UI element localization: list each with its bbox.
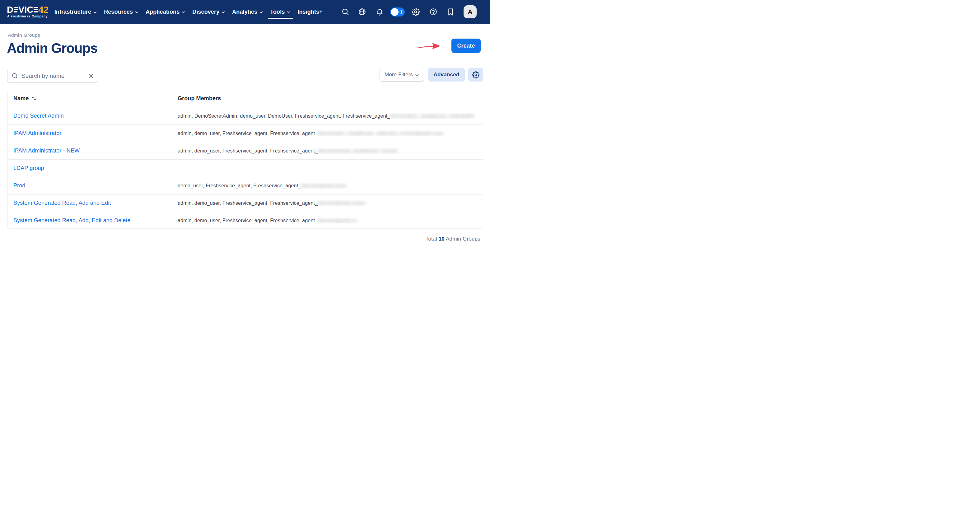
group-name-link[interactable]: LDAP group — [13, 165, 44, 171]
column-header-label: Name — [13, 95, 29, 102]
nav-item-infrastructure[interactable]: Infrastructure — [52, 0, 100, 24]
chevron-down-icon — [93, 10, 97, 14]
logo-letter-e — [33, 7, 38, 13]
nav-item-analytics[interactable]: Analytics — [229, 0, 266, 24]
chevron-down-icon — [286, 10, 291, 14]
navbar-actions: A — [341, 5, 477, 18]
redacted-members: demoredact, sampleuser, redacted, morere… — [318, 131, 444, 136]
logo-letter-e — [14, 7, 18, 13]
group-name-link[interactable]: System Generated Read, Add, Edit and Del… — [13, 217, 130, 223]
nav-label: Resources — [104, 9, 133, 15]
chevron-down-icon — [181, 10, 186, 14]
table-row: IPAM Administrator - NEW admin, demo_use… — [8, 142, 483, 160]
chevron-down-icon — [414, 73, 420, 78]
sort-icon[interactable] — [32, 96, 37, 101]
group-name-link[interactable]: IPAM Administrator - NEW — [13, 148, 80, 154]
chevron-down-icon — [259, 10, 264, 14]
table-row: LDAP group — [8, 160, 483, 177]
group-members-text: demo_user, Freshservice_agent, Freshserv… — [178, 183, 301, 188]
search-input[interactable] — [21, 73, 86, 80]
total-count: 10 — [439, 236, 445, 242]
sun-icon — [399, 10, 404, 16]
table-row: System Generated Read, Add, Edit and Del… — [8, 212, 483, 228]
search-box — [7, 69, 98, 83]
help-icon[interactable] — [430, 8, 438, 16]
group-name-cell: IPAM Administrator — [8, 130, 172, 137]
clear-search-icon[interactable] — [88, 73, 94, 79]
nav-label: Tools — [270, 9, 285, 15]
group-name-cell: Prod — [8, 182, 172, 189]
avatar[interactable]: A — [463, 5, 477, 18]
logo-letter: D — [7, 6, 13, 14]
group-name-link[interactable]: Prod — [13, 182, 25, 189]
main-nav: Infrastructure Resources Applications Di… — [52, 0, 325, 24]
nav-item-tools[interactable]: Tools — [267, 0, 294, 24]
nav-label: Insights+ — [298, 9, 322, 15]
group-name-cell: IPAM Administrator - NEW — [8, 148, 172, 154]
group-name-cell: System Generated Read, Add, Edit and Del… — [8, 217, 172, 224]
total-prefix: Total — [426, 236, 437, 242]
table-row: IPAM Administrator admin, demo_user, Fre… — [8, 125, 483, 142]
gear-icon[interactable] — [412, 8, 420, 16]
nav-label: Analytics — [232, 9, 257, 15]
group-name-cell: LDAP group — [8, 165, 172, 172]
search-icon — [11, 73, 18, 79]
more-filters-dropdown[interactable]: More Filters — [380, 68, 424, 81]
group-name-cell: System Generated Read, Add and Edit — [8, 200, 172, 206]
logo-letter: C — [27, 6, 33, 14]
table-row: Demo Secret Admin admin, DemoSecretAdmin… — [8, 107, 483, 125]
device42-logo[interactable]: DVIC42 A Freshworks Company — [7, 6, 49, 18]
nav-label: Applications — [146, 9, 180, 15]
nav-item-discovery[interactable]: Discovery — [189, 0, 228, 24]
group-members-text: admin, demo_user, Freshservice_agent, Fr… — [178, 131, 318, 136]
redacted-members: demoredacted xy — [318, 218, 357, 223]
table-row: Prod demo_user, Freshservice_agent, Fres… — [8, 177, 483, 194]
redacted-members: demoredact, sampleuser, redacted01 — [390, 113, 474, 119]
table-row: System Generated Read, Add and Edit admi… — [8, 194, 483, 212]
nav-item-insights[interactable]: Insights+ — [294, 0, 325, 24]
filter-toolbar: More Filters Advanced — [380, 68, 483, 81]
total-count-line: Total 10 Admin Groups — [426, 235, 480, 243]
bell-icon[interactable] — [376, 8, 383, 16]
logo-letter: V — [18, 6, 24, 14]
advanced-button[interactable]: Advanced — [428, 68, 465, 81]
top-navbar: DVIC42 A Freshworks Company Infrastructu… — [0, 0, 490, 24]
group-members-cell: admin, demo_user, Freshservice_agent, Fr… — [172, 218, 483, 223]
nav-item-resources[interactable]: Resources — [101, 0, 142, 24]
toggle-knob — [391, 8, 399, 16]
device42-logo-word: DVIC42 — [7, 6, 49, 14]
redacted-members: demoredacted xyzwv — [318, 200, 366, 206]
column-header-label: Group Members — [178, 95, 221, 102]
group-members-text: admin, demo_user, Freshservice_agent, Fr… — [178, 218, 318, 223]
group-members-cell: admin, demo_user, Freshservice_agent, Fr… — [172, 131, 483, 136]
table-settings-button[interactable] — [468, 68, 483, 81]
group-name-link[interactable]: IPAM Administrator — [13, 130, 62, 136]
search-icon[interactable] — [341, 8, 349, 16]
nav-label: Discovery — [192, 9, 220, 15]
gear-icon — [472, 71, 479, 78]
theme-toggle[interactable] — [390, 8, 405, 16]
globe-icon[interactable] — [358, 8, 366, 16]
group-members-text: admin, DemoSecretAdmin, demo_user, DemoU… — [178, 113, 390, 119]
logo-letter: I — [24, 6, 27, 14]
group-name-link[interactable]: System Generated Read, Add and Edit — [13, 200, 111, 206]
table-header-row: Name Group Members — [8, 90, 483, 107]
bookmark-icon[interactable] — [447, 8, 454, 16]
group-name-cell: Demo Secret Admin — [8, 113, 172, 119]
logo-letter: 2 — [43, 6, 49, 14]
annotation-arrow — [418, 42, 441, 50]
group-members-cell: admin, demo_user, Freshservice_agent, Fr… — [172, 148, 483, 154]
chevron-down-icon — [134, 10, 139, 14]
group-name-link[interactable]: Demo Secret Admin — [13, 113, 64, 119]
nav-label: Infrastructure — [54, 9, 91, 15]
create-button[interactable]: Create — [452, 38, 480, 53]
total-suffix: Admin Groups — [446, 236, 480, 242]
breadcrumb[interactable]: Admin Groups — [8, 32, 40, 38]
logo-tagline: A Freshworks Company — [7, 14, 49, 18]
group-members-text: admin, demo_user, Freshservice_agent, Fr… — [178, 200, 318, 206]
group-members-cell: demo_user, Freshservice_agent, Freshserv… — [172, 183, 483, 189]
more-filters-label: More Filters — [385, 72, 413, 78]
column-header-members: Group Members — [172, 95, 483, 102]
nav-item-applications[interactable]: Applications — [143, 0, 189, 24]
chevron-down-icon — [221, 10, 226, 14]
